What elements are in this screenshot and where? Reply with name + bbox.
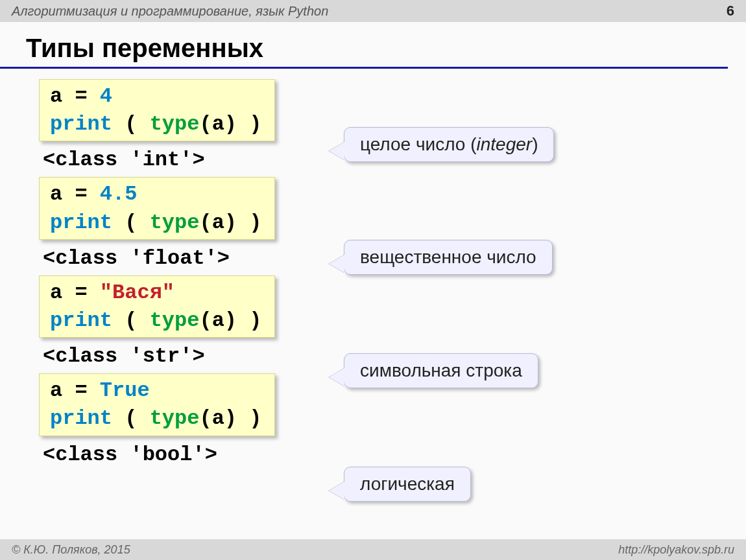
- output-line: <class 'bool'>: [39, 436, 746, 468]
- slide-title: Типы переменных: [0, 22, 728, 69]
- footer-url: http://kpolyakov.spb.ru: [618, 543, 734, 557]
- footer-bar: © К.Ю. Поляков, 2015 http://kpolyakov.sp…: [0, 539, 746, 560]
- header-bar: Алгоритмизация и программирование, язык …: [0, 0, 746, 22]
- course-title: Алгоритмизация и программирование, язык …: [12, 4, 328, 19]
- page-number: 6: [727, 3, 734, 19]
- code-box: a = Trueprint ( type(a) ): [39, 373, 275, 436]
- callout: логическая: [344, 467, 471, 502]
- code-box: a = 4print ( type(a) ): [39, 79, 275, 141]
- callout: символьная строка: [344, 353, 538, 388]
- code-box: a = "Вася"print ( type(a) ): [39, 275, 275, 338]
- code-box: a = 4.5print ( type(a) ): [39, 177, 275, 239]
- callout: целое число (integer): [344, 127, 554, 162]
- callout: вещественное число: [344, 240, 553, 275]
- footer-copyright: © К.Ю. Поляков, 2015: [12, 543, 130, 557]
